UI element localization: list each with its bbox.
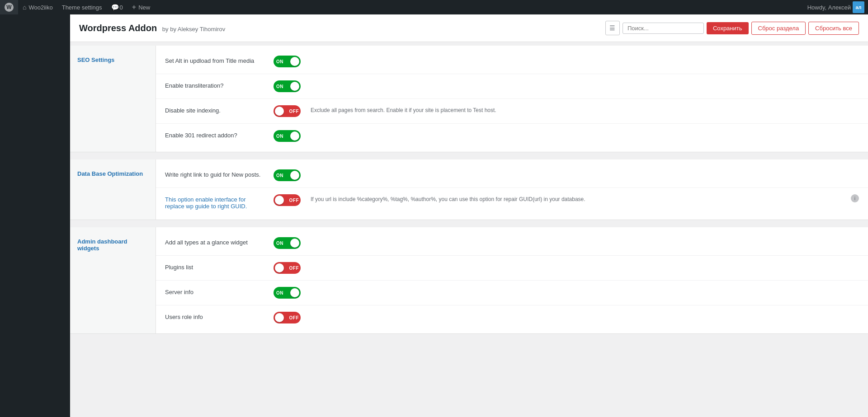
site-name-item[interactable]: ⌂ Woo2iiko: [18, 0, 57, 14]
toggle-server-info[interactable]: ON: [274, 287, 301, 299]
section-title-db-optimization: Data Base Optimization: [77, 170, 148, 177]
setting-description-disable-indexing: Exclude all pages from search. Enable it…: [311, 105, 859, 113]
theme-settings-item[interactable]: Theme settings: [57, 0, 107, 14]
new-item[interactable]: + New: [127, 0, 155, 14]
toggle-wrap-set-alt: ON: [274, 56, 305, 67]
wp-logo-icon: W: [5, 3, 14, 12]
howdy-text: Howdy, Алексей: [807, 4, 851, 11]
setting-item-replace-guid: This option enable interface for replace…: [156, 188, 868, 216]
section-title-seo-settings: SEO Settings: [77, 56, 148, 63]
toggle-knob-server-info: [290, 288, 299, 297]
toggle-set-alt[interactable]: ON: [274, 56, 301, 67]
comments-item[interactable]: 💬 0: [107, 0, 127, 14]
toggle-replace-guid[interactable]: OFF: [274, 194, 301, 206]
section-content-admin-dashboard: Add all types at a glance widgetONPlugin…: [156, 227, 868, 333]
section-db-optimization: Data Base OptimizationWrite right link t…: [70, 159, 868, 220]
section-sidebar-admin-dashboard: Admin dashboard widgets: [70, 227, 156, 333]
toggle-knob-replace-guid: [275, 196, 284, 205]
setting-label-enable-transliteration: Enable transliteration?: [165, 80, 264, 89]
setting-control-disable-indexing: OFFExclude all pages from search. Enable…: [274, 105, 859, 117]
save-button[interactable]: Сохранить: [707, 22, 749, 34]
setting-item-set-alt: Set Alt in updload from Title mediaON: [156, 49, 868, 74]
list-view-button[interactable]: ☰: [605, 21, 620, 35]
setting-item-enable-transliteration: Enable transliteration?ON: [156, 74, 868, 99]
setting-control-server-info: ON: [274, 287, 859, 299]
toggle-label-server-info: ON: [276, 290, 283, 295]
new-label: New: [138, 4, 150, 11]
setting-control-replace-guid: OFFIf you url is include %category%, %ta…: [274, 194, 842, 206]
section-title-admin-dashboard: Admin dashboard widgets: [77, 238, 148, 252]
section-sidebar-seo-settings: SEO Settings: [70, 46, 156, 152]
setting-control-enable-transliteration: ON: [274, 80, 859, 92]
setting-control-write-right-link: ON: [274, 169, 859, 181]
setting-item-users-role-info: Users role infoOFF: [156, 305, 868, 330]
plus-icon: +: [132, 3, 136, 11]
section-sidebar-db-optimization: Data Base Optimization: [70, 159, 156, 220]
toggle-label-replace-guid: OFF: [289, 198, 299, 203]
setting-item-plugins-list: Plugins listOFF: [156, 256, 868, 281]
setting-label-enable-301: Enable 301 redirect addon?: [165, 130, 264, 139]
plugin-header: Wordpress Addon by by Aleksey Tihomirov …: [70, 14, 868, 42]
toggle-write-right-link[interactable]: ON: [274, 169, 301, 181]
toggle-knob-plugins-list: [275, 263, 284, 272]
toggle-knob-disable-indexing: [275, 107, 284, 116]
plugin-title-by: by by Aleksey Tihomirov: [162, 26, 225, 33]
toggle-wrap-plugins-list: OFF: [274, 262, 305, 274]
wp-logo-item[interactable]: W: [0, 0, 18, 14]
comments-icon: 💬: [111, 4, 119, 11]
search-input[interactable]: [623, 23, 704, 34]
setting-item-add-all-types: Add all types at a glance widgetON: [156, 231, 868, 256]
toggle-label-add-all-types: ON: [276, 241, 283, 246]
setting-item-enable-301: Enable 301 redirect addon?ON: [156, 124, 868, 148]
toggle-disable-indexing[interactable]: OFF: [274, 105, 301, 117]
section-content-seo-settings: Set Alt in updload from Title mediaONEna…: [156, 46, 868, 152]
toggle-knob-set-alt: [290, 57, 299, 66]
toggle-knob-enable-301: [290, 131, 299, 141]
toggle-users-role-info[interactable]: OFF: [274, 312, 301, 323]
setting-label-add-all-types: Add all types at a glance widget: [165, 237, 264, 246]
toggle-knob-add-all-types: [290, 239, 299, 248]
content-area: SEO SettingsSet Alt in updload from Titl…: [70, 42, 868, 334]
toggle-plugins-list[interactable]: OFF: [274, 262, 301, 274]
toggle-wrap-write-right-link: ON: [274, 169, 305, 181]
toggle-label-enable-301: ON: [276, 134, 283, 139]
reset-all-button[interactable]: Сбросить все: [808, 22, 859, 35]
toggle-knob-enable-transliteration: [290, 82, 299, 91]
setting-label-replace-guid: This option enable interface for replace…: [165, 194, 264, 210]
toggle-label-plugins-list: OFF: [289, 266, 299, 271]
reset-section-button[interactable]: Сброс раздела: [751, 22, 806, 35]
toggle-wrap-users-role-info: OFF: [274, 312, 305, 323]
toggle-wrap-add-all-types: ON: [274, 237, 305, 249]
header-actions: ☰ Сохранить Сброс раздела Сбросить все: [605, 21, 859, 35]
toggle-wrap-disable-indexing: OFF: [274, 105, 305, 117]
toggle-wrap-replace-guid: OFF: [274, 194, 305, 206]
toggle-label-disable-indexing: OFF: [289, 109, 299, 114]
toggle-wrap-enable-301: ON: [274, 130, 305, 142]
setting-control-users-role-info: OFF: [274, 312, 859, 323]
toggle-label-enable-transliteration: ON: [276, 84, 283, 89]
toggle-wrap-enable-transliteration: ON: [274, 80, 305, 92]
setting-description-replace-guid: If you url is include %category%, %tag%,…: [311, 194, 842, 202]
info-icon-replace-guid[interactable]: i: [851, 194, 859, 202]
toggle-add-all-types[interactable]: ON: [274, 237, 301, 249]
section-admin-dashboard: Admin dashboard widgetsAdd all types at …: [70, 227, 868, 334]
house-icon: ⌂: [23, 4, 26, 11]
setting-label-write-right-link: Write right link to guid for New posts.: [165, 169, 264, 178]
toggle-label-set-alt: ON: [276, 59, 283, 64]
toggle-enable-transliteration[interactable]: ON: [274, 80, 301, 92]
plugin-title-wrap: Wordpress Addon by by Aleksey Tihomirov: [79, 23, 225, 33]
setting-label-plugins-list: Plugins list: [165, 262, 264, 271]
setting-label-set-alt: Set Alt in updload from Title media: [165, 56, 264, 64]
setting-item-write-right-link: Write right link to guid for New posts.O…: [156, 163, 868, 188]
setting-label-server-info: Server info: [165, 287, 264, 295]
setting-control-add-all-types: ON: [274, 237, 859, 249]
theme-settings-label: Theme settings: [62, 4, 102, 11]
admin-bar-left: W ⌂ Woo2iiko Theme settings 💬 0 + New: [0, 0, 155, 14]
setting-control-plugins-list: OFF: [274, 262, 859, 274]
toggle-wrap-server-info: ON: [274, 287, 305, 299]
setting-label-disable-indexing: Disable site indexing.: [165, 105, 264, 114]
toggle-enable-301[interactable]: ON: [274, 130, 301, 142]
setting-control-set-alt: ON: [274, 56, 859, 67]
setting-item-server-info: Server infoON: [156, 281, 868, 305]
section-content-db-optimization: Write right link to guid for New posts.O…: [156, 159, 868, 220]
